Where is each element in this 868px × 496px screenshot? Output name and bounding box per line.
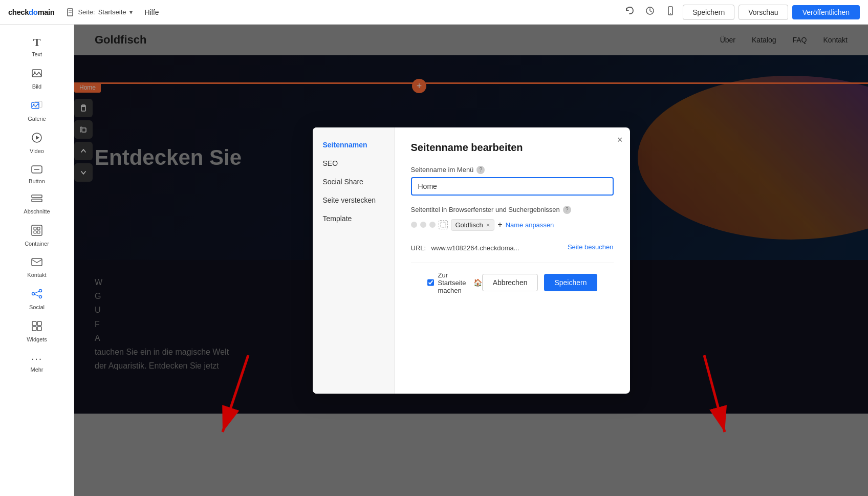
canvas-area: Goldfisch Über Katalog FAQ Kontakt Entde… (74, 25, 868, 496)
svg-point-24 (32, 293, 35, 295)
page-dropdown-btn[interactable]: ▾ (129, 9, 133, 16)
sidebar-item-container-label: Container (25, 241, 49, 247)
sidebar-item-galerie[interactable]: Galerie (3, 95, 71, 127)
sidebar-item-bild-label: Bild (32, 83, 41, 90)
modal-sidebar-item-seite-verstecken[interactable]: Seite verstecken (313, 191, 394, 209)
sidebar-item-abschnitte[interactable]: Abschnitte (3, 189, 71, 220)
sidebar-item-container[interactable]: Container (3, 220, 71, 252)
save-button[interactable]: Speichern (683, 5, 734, 20)
page-icon (67, 8, 75, 16)
sidebar-item-social[interactable]: Social (3, 283, 71, 315)
svg-line-27 (34, 294, 39, 296)
visit-site-link[interactable]: Seite besuchen (568, 243, 614, 251)
sidebar-item-kontakt[interactable]: Kontakt (3, 252, 71, 283)
modal-body: × Seitenname bearbeiten Seitenname im Me… (395, 127, 630, 394)
sidebar-item-widgets[interactable]: Widgets (3, 315, 71, 348)
help-link[interactable]: Hilfe (145, 8, 159, 16)
svg-point-23 (39, 290, 42, 292)
contact-icon (31, 257, 42, 270)
svg-rect-28 (32, 321, 36, 326)
sidebar-item-social-label: Social (29, 304, 45, 310)
svg-rect-29 (37, 321, 41, 326)
sidebar: T Text Bild Galerie Video Button (0, 25, 74, 496)
modal-sidebar-item-template[interactable]: Template (313, 209, 394, 228)
svg-rect-22 (32, 258, 42, 266)
svg-point-7 (34, 72, 36, 73)
svg-rect-17 (32, 225, 42, 235)
mobile-preview-button[interactable] (662, 3, 679, 21)
modal-title: Seitenname bearbeiten (411, 142, 614, 154)
menu-name-group: Seitenname im Menü ? (411, 166, 614, 196)
homepage-label: Zur Startseite machen 🏠 (438, 271, 482, 294)
modal-sidebar-item-seo[interactable]: SEO (313, 154, 394, 172)
url-section: URL: www.w1082264.checkdoma... Seite bes… (411, 243, 614, 252)
modal-sidebar-item-social-share[interactable]: Social Share (313, 172, 394, 191)
chip-title-text: Goldfisch (455, 221, 483, 229)
menu-name-help-icon[interactable]: ? (476, 166, 485, 174)
sidebar-item-text-label: Text (32, 51, 42, 57)
svg-rect-34 (441, 222, 446, 227)
browser-favicon (439, 220, 448, 229)
undo-button[interactable] (621, 3, 638, 21)
social-icon (31, 288, 42, 302)
browser-dot-2 (420, 222, 426, 228)
modal-save-button[interactable]: Speichern (544, 274, 597, 291)
cancel-button[interactable]: Abbrechen (482, 274, 538, 291)
sidebar-item-text[interactable]: T Text (3, 31, 71, 62)
svg-marker-12 (36, 136, 39, 140)
sidebar-item-widgets-label: Widgets (27, 336, 47, 342)
sidebar-item-video[interactable]: Video (3, 127, 71, 159)
chip-remove-button[interactable]: × (486, 222, 490, 228)
logo-area: checkdomain (8, 8, 54, 16)
sidebar-item-button[interactable]: Button (3, 159, 71, 189)
menu-name-label: Seitenname im Menü ? (411, 166, 614, 174)
button-icon (31, 164, 42, 176)
modal-close-button[interactable]: × (617, 135, 623, 145)
svg-rect-16 (32, 199, 42, 202)
browser-title-help-icon[interactable]: ? (563, 206, 571, 214)
modal-sidebar-item-seitennamen[interactable]: Seitennamen (313, 136, 394, 154)
topbar-actions: Speichern Vorschau Veröffentlichen (621, 3, 860, 21)
container-icon (31, 225, 42, 239)
modal-footer: Zur Startseite machen 🏠 Abbrechen Speich… (411, 263, 614, 303)
browser-title-group: Seitentitel in Browserfenster und Sucher… (411, 206, 614, 233)
svg-rect-19 (37, 227, 40, 230)
svg-rect-20 (34, 231, 36, 233)
svg-rect-21 (37, 231, 40, 233)
topbar: checkdomain Seite: Startseite ▾ Hilfe Sp… (0, 0, 868, 25)
sidebar-item-abschnitte-label: Abschnitte (24, 208, 50, 214)
name-adjust-link[interactable]: Name anpassen (506, 221, 554, 229)
svg-rect-18 (34, 227, 36, 230)
sidebar-item-video-label: Video (30, 148, 44, 154)
text-icon: T (33, 36, 41, 49)
publish-button[interactable]: Veröffentlichen (792, 5, 860, 19)
sections-icon (31, 195, 42, 206)
footer-buttons: Abbrechen Speichern (482, 274, 597, 291)
sidebar-item-mehr[interactable]: ··· Mehr (3, 348, 71, 378)
preview-button[interactable]: Vorschau (739, 5, 788, 20)
page-label: Seite: (78, 8, 95, 16)
modal-sidebar: Seitennamen SEO Social Share Seite verst… (313, 127, 395, 394)
svg-rect-15 (32, 195, 42, 198)
url-value: www.w1082264.checkdoma... (431, 244, 519, 252)
svg-point-25 (39, 296, 42, 298)
sidebar-item-button-label: Button (29, 178, 45, 184)
red-arrow-left (197, 350, 299, 452)
menu-name-input[interactable] (411, 177, 614, 196)
svg-rect-30 (32, 327, 36, 331)
edit-page-name-modal: Seitennamen SEO Social Share Seite verst… (313, 127, 630, 394)
widgets-icon (31, 320, 42, 334)
browser-title-label: Seitentitel in Browserfenster und Sucher… (411, 206, 614, 214)
browser-dot-3 (429, 222, 436, 228)
history-button[interactable] (642, 3, 658, 21)
sidebar-item-mehr-label: Mehr (30, 366, 43, 373)
page-name: Startseite (98, 8, 126, 16)
chip-add-button[interactable]: + (497, 220, 502, 229)
sidebar-item-bild[interactable]: Bild (3, 62, 71, 95)
video-icon (31, 132, 42, 146)
image-icon (31, 68, 42, 81)
homepage-checkbox[interactable] (427, 278, 434, 287)
svg-line-26 (34, 291, 39, 293)
sidebar-item-galerie-label: Galerie (28, 116, 46, 122)
browser-dot-1 (411, 222, 417, 228)
